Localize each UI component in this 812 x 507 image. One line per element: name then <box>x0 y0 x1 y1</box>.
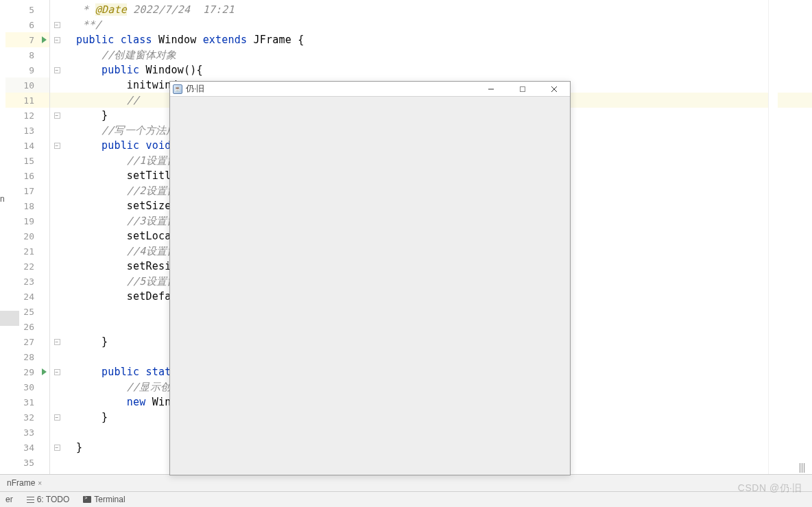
editor-tabs-bar: nFrame × <box>0 474 812 491</box>
watermark: CSDN @仍·旧 <box>738 482 802 495</box>
code-line[interactable]: **/ <box>50 17 812 32</box>
line-number[interactable]: 12 <box>5 108 49 123</box>
line-number[interactable]: 29 <box>5 364 49 379</box>
code-line[interactable]: * @Date 2022/7/24 17:21 <box>50 2 812 17</box>
tool-item-er[interactable]: er <box>3 495 16 504</box>
line-number[interactable]: 32 <box>5 410 49 425</box>
jframe-title: 仍·旧 <box>186 83 204 95</box>
close-icon <box>551 86 558 93</box>
todo-icon <box>27 497 34 503</box>
line-number[interactable]: 31 <box>5 394 49 410</box>
split-icon[interactable] <box>800 463 808 473</box>
terminal-icon <box>83 496 91 503</box>
line-number[interactable]: 11 <box>5 93 49 108</box>
code-line[interactable]: public class Window extends JFrame { <box>50 32 812 47</box>
line-number[interactable]: 9 <box>5 62 49 78</box>
line-number[interactable]: 15 <box>5 153 49 168</box>
line-number[interactable]: 20 <box>5 228 49 244</box>
line-number[interactable]: 8 <box>5 47 49 62</box>
tool-windows-bar: er 6: TODO Terminal <box>0 491 812 507</box>
line-number[interactable]: 14 <box>5 138 49 153</box>
jframe-window-buttons <box>475 82 570 96</box>
close-button[interactable] <box>538 82 570 96</box>
svg-rect-1 <box>521 86 525 91</box>
close-icon[interactable]: × <box>38 480 42 487</box>
line-number[interactable]: 24 <box>5 289 49 304</box>
line-number[interactable]: 27 <box>5 334 49 349</box>
maximize-icon <box>519 86 526 93</box>
line-number[interactable]: 33 <box>5 425 49 440</box>
run-gutter-icon[interactable] <box>42 368 47 375</box>
tool-item-todo[interactable]: 6: TODO <box>24 495 73 504</box>
line-number[interactable]: 17 <box>5 183 49 198</box>
tool-item-terminal[interactable]: Terminal <box>80 495 128 504</box>
line-number[interactable]: 21 <box>5 244 49 259</box>
line-number[interactable]: 23 <box>5 274 49 289</box>
line-number-gutter[interactable]: 5678910111213141516171819202122232425262… <box>5 0 50 474</box>
line-number[interactable]: 13 <box>5 123 49 138</box>
minimize-icon <box>488 86 494 93</box>
tool-item-label: 6: TODO <box>37 495 70 504</box>
jframe-window[interactable]: ☕ 仍·旧 <box>169 81 571 475</box>
line-number[interactable]: 34 <box>5 440 49 455</box>
maximize-button[interactable] <box>507 82 538 96</box>
editor-scrollbar-strip[interactable] <box>768 0 778 474</box>
minimize-button[interactable] <box>475 82 507 96</box>
line-number[interactable]: 22 <box>5 259 49 274</box>
jframe-content[interactable] <box>170 97 570 475</box>
editor-tab-nframe[interactable]: nFrame × <box>3 476 46 490</box>
run-gutter-icon[interactable] <box>42 36 47 43</box>
line-number[interactable]: 5 <box>5 2 49 17</box>
editor-tab-label: nFrame <box>7 478 35 488</box>
tool-item-label: er <box>5 495 13 504</box>
line-number[interactable]: 16 <box>5 168 49 183</box>
code-line[interactable]: public Window(){ <box>50 62 812 78</box>
line-number[interactable]: 7 <box>5 32 49 47</box>
editor-left-margin <box>0 0 5 474</box>
jframe-titlebar[interactable]: ☕ 仍·旧 <box>170 82 570 97</box>
left-chip: n <box>0 194 5 204</box>
line-number[interactable]: 28 <box>5 349 49 364</box>
line-number[interactable]: 35 <box>5 455 49 470</box>
line-number[interactable]: 30 <box>5 379 49 394</box>
left-selection-block <box>0 311 19 326</box>
tool-item-label: Terminal <box>94 495 125 504</box>
line-number[interactable]: 18 <box>5 198 49 213</box>
line-number[interactable]: 19 <box>5 213 49 228</box>
java-icon: ☕ <box>173 84 182 94</box>
code-line[interactable]: //创建窗体对象 <box>50 47 812 62</box>
line-number[interactable]: 6 <box>5 17 49 32</box>
line-number[interactable]: 10 <box>5 78 49 93</box>
